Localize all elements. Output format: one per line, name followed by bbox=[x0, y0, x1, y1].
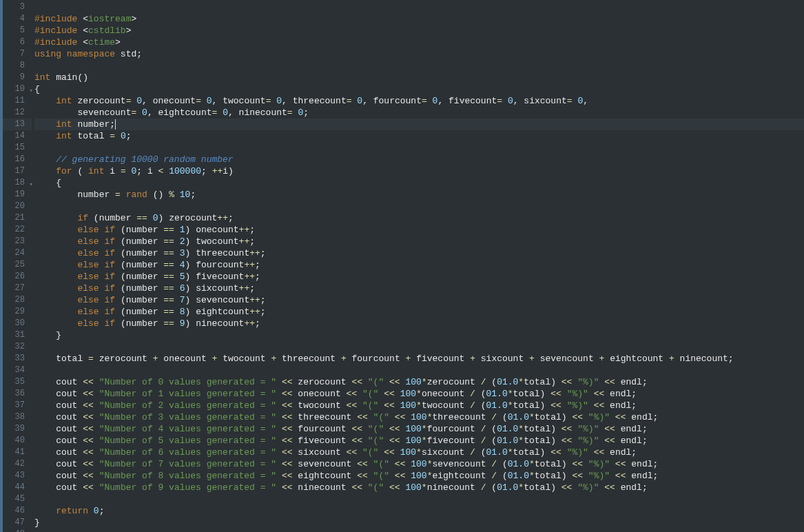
line-number: 12 bbox=[3, 107, 32, 119]
line-number: 44 bbox=[3, 482, 32, 493]
code-line[interactable]: else if (number == 8) eightcount++; bbox=[34, 306, 804, 318]
line-number: 34 bbox=[3, 365, 32, 376]
line-number: 7 bbox=[3, 48, 32, 60]
line-number: 35 bbox=[3, 376, 32, 388]
code-line[interactable]: cout << "Number of 1 values generated = … bbox=[34, 388, 804, 400]
code-line[interactable]: total = zerocount + onecount + twocount … bbox=[34, 353, 804, 365]
code-line[interactable]: else if (number == 3) threecount++; bbox=[34, 247, 804, 259]
line-number: 37 bbox=[3, 400, 32, 411]
line-number: 42 bbox=[3, 458, 32, 470]
code-line[interactable] bbox=[34, 142, 804, 154]
code-line[interactable]: using namespace std; bbox=[34, 48, 804, 60]
code-line[interactable]: cout << "Number of 8 values generated = … bbox=[34, 470, 804, 482]
line-number: 20 bbox=[3, 201, 32, 212]
line-number: 38 bbox=[3, 411, 32, 423]
code-line[interactable]: for ( int i = 0; i < 100000; ++i) bbox=[34, 165, 804, 177]
code-line[interactable]: else if (number == 5) fivecount++; bbox=[34, 271, 804, 283]
code-line[interactable]: sevencount= 0, eightcount= 0, ninecount=… bbox=[34, 107, 804, 119]
code-line[interactable]: int main() bbox=[34, 72, 804, 83]
code-line[interactable] bbox=[34, 493, 804, 505]
line-number: 8 bbox=[3, 60, 32, 72]
code-line[interactable]: else if (number == 2) twocount++; bbox=[34, 236, 804, 247]
line-number: 26 bbox=[3, 271, 32, 283]
line-number: 4 bbox=[3, 13, 32, 25]
line-number: 21 bbox=[3, 212, 32, 224]
line-number: 46 bbox=[3, 505, 32, 517]
line-number: 18▾ bbox=[3, 177, 32, 189]
line-number: 10▾ bbox=[3, 83, 32, 95]
code-line[interactable]: #include <iostream> bbox=[34, 13, 804, 25]
line-number: 48 bbox=[3, 529, 32, 532]
line-number: 43 bbox=[3, 470, 32, 482]
line-number: 6 bbox=[3, 37, 32, 48]
code-line[interactable]: cout << "Number of 2 values generated = … bbox=[34, 400, 804, 411]
code-line[interactable]: return 0; bbox=[34, 505, 804, 517]
code-line[interactable]: cout << "Number of 0 values generated = … bbox=[34, 376, 804, 388]
line-number: 32 bbox=[3, 341, 32, 353]
code-line[interactable]: else if (number == 1) onecount++; bbox=[34, 224, 804, 236]
line-number: 11 bbox=[3, 95, 32, 107]
line-number: 47 bbox=[3, 517, 32, 529]
code-line[interactable]: cout << "Number of 6 values generated = … bbox=[34, 447, 804, 458]
code-line[interactable]: int number; bbox=[34, 119, 804, 130]
line-number: 24 bbox=[3, 247, 32, 259]
line-number: 45 bbox=[3, 493, 32, 505]
code-line[interactable]: else if (number == 9) ninecount++; bbox=[34, 318, 804, 329]
code-line[interactable] bbox=[34, 529, 804, 532]
code-line[interactable]: if (number == 0) zerocount++; bbox=[34, 212, 804, 224]
code-line[interactable]: { bbox=[34, 83, 804, 95]
code-line[interactable]: else if (number == 4) fourcount++; bbox=[34, 259, 804, 271]
line-number: 30 bbox=[3, 318, 32, 329]
code-line[interactable]: #include <cstdlib> bbox=[34, 25, 804, 37]
line-number: 15 bbox=[3, 142, 32, 154]
line-number: 27 bbox=[3, 283, 32, 294]
line-number: 9 bbox=[3, 72, 32, 83]
line-number: 36 bbox=[3, 388, 32, 400]
line-number: 41 bbox=[3, 447, 32, 458]
line-number: 33 bbox=[3, 353, 32, 365]
line-number: 14 bbox=[3, 130, 32, 142]
code-line[interactable]: number = rand () % 10; bbox=[34, 189, 804, 201]
code-line[interactable] bbox=[34, 1, 804, 13]
line-number: 28 bbox=[3, 294, 32, 306]
code-line[interactable]: #include <ctime> bbox=[34, 37, 804, 48]
line-number: 5 bbox=[3, 25, 32, 37]
line-number-gutter: 345678910▾1112131415161718▾1920212223242… bbox=[3, 0, 32, 532]
code-line[interactable]: cout << "Number of 5 values generated = … bbox=[34, 435, 804, 447]
code-line[interactable]: { bbox=[34, 177, 804, 189]
code-line[interactable]: cout << "Number of 3 values generated = … bbox=[34, 411, 804, 423]
line-number: 16 bbox=[3, 154, 32, 165]
code-line[interactable]: else if (number == 7) sevencount++; bbox=[34, 294, 804, 306]
line-number: 3 bbox=[3, 1, 32, 13]
line-number: 17 bbox=[3, 165, 32, 177]
line-number: 23 bbox=[3, 236, 32, 247]
line-number: 31 bbox=[3, 329, 32, 341]
line-number: 19 bbox=[3, 189, 32, 201]
code-line[interactable]: else if (number == 6) sixcount++; bbox=[34, 283, 804, 294]
code-line[interactable]: cout << "Number of 9 values generated = … bbox=[34, 482, 804, 493]
line-number: 39 bbox=[3, 423, 32, 435]
code-editor-area[interactable]: #include <iostream>#include <cstdlib>#in… bbox=[32, 0, 804, 532]
code-line[interactable]: } bbox=[34, 517, 804, 529]
line-number: 40 bbox=[3, 435, 32, 447]
code-line[interactable]: // generating 10000 random number bbox=[34, 154, 804, 165]
line-number: 25 bbox=[3, 259, 32, 271]
line-number: 29 bbox=[3, 306, 32, 318]
code-line[interactable]: } bbox=[34, 329, 804, 341]
code-line[interactable]: int zerocount= 0, onecount= 0, twocount=… bbox=[34, 95, 804, 107]
code-line[interactable] bbox=[34, 60, 804, 72]
code-line[interactable]: cout << "Number of 4 values generated = … bbox=[34, 423, 804, 435]
code-line[interactable]: cout << "Number of 7 values generated = … bbox=[34, 458, 804, 470]
code-line[interactable] bbox=[34, 341, 804, 353]
line-number: 22 bbox=[3, 224, 32, 236]
code-line[interactable] bbox=[34, 201, 804, 212]
code-line[interactable] bbox=[34, 365, 804, 376]
line-number: 13 bbox=[3, 119, 32, 130]
code-line[interactable]: int total = 0; bbox=[34, 130, 804, 142]
